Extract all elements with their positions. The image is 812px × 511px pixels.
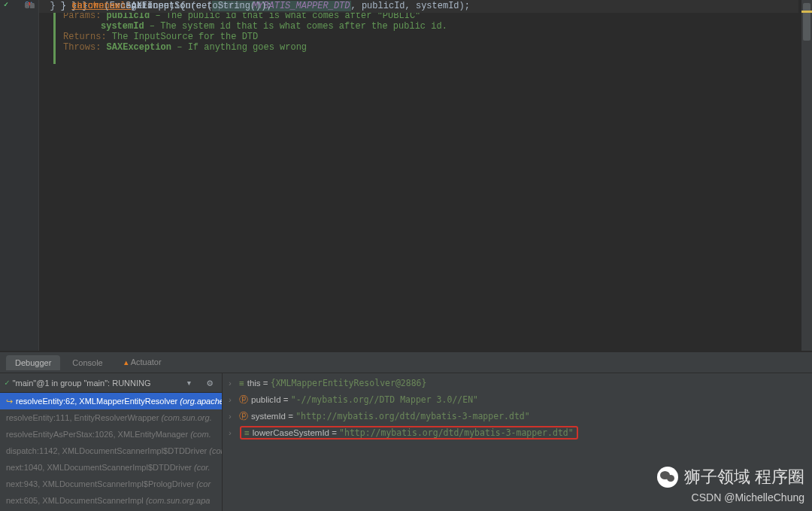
thread-running-icon: ✓ — [5, 378, 10, 388]
frames-pane: ✓ "main"@1 in group "main": RUNNING ▾ ⚙ … — [0, 373, 223, 511]
tab-debugger[interactable]: Debugger — [6, 355, 60, 370]
stack-frame[interactable]: next:605, XMLDocumentScannerImpl (com.su… — [0, 492, 222, 509]
variable-row[interactable]: ›≡this = {XMLMapperEntityResolver@2886} — [223, 375, 812, 391]
code-area[interactable]: private static final String MYBATIS_MAPP… — [39, 0, 798, 351]
line-number[interactable]: 70 — [0, 0, 35, 13]
stack-frame[interactable]: resolveEntity:111, EntityResolverWrapper… — [0, 409, 222, 426]
frames-header[interactable]: ✓ "main"@1 in group "main": RUNNING ▾ ⚙ — [0, 373, 222, 393]
variable-row[interactable]: ›ⓟsystemId = "http://mybatis.org/dtd/myb… — [223, 408, 812, 424]
variable-row[interactable]: ›≡lowerCaseSystemId = "http://mybatis.or… — [223, 424, 812, 441]
stack-frame[interactable]: ↪resolveEntity:62, XMLMapperEntityResolv… — [0, 393, 222, 409]
variable-row[interactable]: ›ⓟpublicId = "-//mybatis.org//DTD Mapper… — [223, 391, 812, 408]
actuator-icon: ▴ — [124, 357, 129, 367]
scrollbar-thumb[interactable] — [803, 3, 810, 41]
variables-pane: ›≡this = {XMLMapperEntityResolver@2886}›… — [223, 373, 812, 511]
tab-console[interactable]: Console — [63, 355, 111, 370]
stack-frame[interactable]: dispatch:1142, XMLDocumentScannerImpl$DT… — [0, 443, 222, 459]
editor-scrollbar[interactable] — [801, 0, 812, 351]
gutter[interactable]: 38 39 40 41 42 55 56 o↑ 57 58 59 ● 60 61… — [0, 0, 39, 351]
thread-name: "main"@1 in group "main": RUNNING — [13, 379, 151, 388]
scrollbar-mark — [801, 11, 812, 13]
editor-pane: Reader Mode ⦸ ✓ 38 39 40 41 42 55 56 o↑ … — [0, 0, 812, 351]
debug-panel: Debugger Console ▴Actuator ✓ "main"@1 in… — [0, 351, 812, 511]
frames-toolbar[interactable]: ▾ ⚙ — [186, 377, 217, 389]
debug-tabs: Debugger Console ▴Actuator — [0, 352, 812, 373]
tab-actuator[interactable]: ▴Actuator — [115, 354, 171, 370]
stack-frame[interactable]: next:943, XMLDocumentScannerImpl$PrologD… — [0, 476, 222, 492]
stack-frame[interactable]: resolveEntityAsPerStax:1026, XMLEntityMa… — [0, 426, 222, 443]
code-line: } — [39, 0, 798, 13]
stack-frame[interactable]: next:1040, XMLDocumentScannerImpl$DTDDri… — [0, 459, 222, 476]
